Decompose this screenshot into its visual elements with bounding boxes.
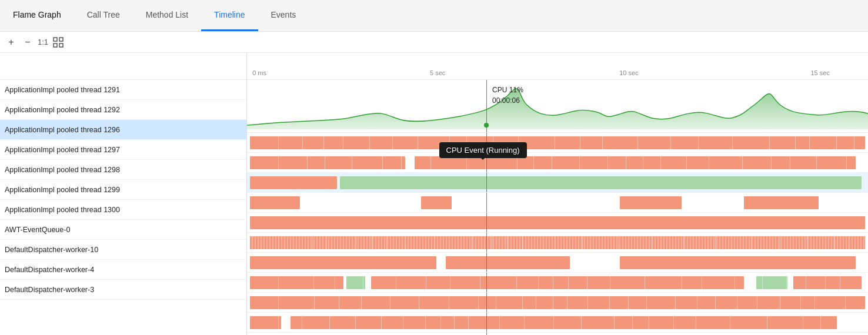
fit-button[interactable] — [52, 36, 65, 49]
timeline-tick — [553, 296, 553, 309]
timeline-tick — [579, 156, 580, 169]
timeline-tick — [278, 296, 279, 309]
timeline-tick — [339, 296, 339, 309]
tab-events[interactable]: Events — [258, 0, 309, 31]
timeline-block — [250, 256, 436, 269]
timeline-tick — [845, 296, 846, 309]
timeline-row-8[interactable] — [247, 293, 868, 313]
thread-name-row-10[interactable]: DefaultDispatcher-worker-3 — [0, 280, 246, 300]
timeline-tick — [278, 316, 279, 329]
timeline-tick — [840, 276, 840, 289]
row-cursor-line — [486, 333, 487, 335]
timeline-tick — [836, 136, 837, 149]
timeline-tick — [846, 316, 846, 329]
timeline-tick — [307, 156, 308, 169]
timeline-tick — [356, 236, 356, 249]
timeline-tick — [302, 316, 302, 329]
ruler-tick-0ms: 0 ms — [252, 69, 266, 76]
timeline-tick — [472, 236, 472, 249]
timeline-tick — [372, 236, 372, 249]
timeline-tick — [553, 276, 553, 289]
timeline-tick — [536, 296, 536, 309]
timeline-tick — [278, 156, 279, 169]
timeline-tick — [652, 236, 652, 249]
tab-flame-graph[interactable]: Flame Graph — [0, 0, 74, 31]
timeline-tick — [632, 316, 633, 329]
timeline-tick — [670, 136, 671, 149]
thread-name-row-8[interactable]: DefaultDispatcher-worker-10 — [0, 240, 246, 260]
timeline-tick — [697, 296, 697, 309]
timeline-tick — [419, 296, 419, 309]
timeline-row-5[interactable] — [247, 233, 868, 253]
timeline-tick — [466, 136, 467, 149]
thread-name-row-6[interactable]: ApplicationImpl pooled thread 1300 — [0, 200, 246, 220]
timeline-tick — [466, 156, 467, 169]
timeline-tick — [363, 276, 363, 289]
timeline-tick — [682, 276, 682, 289]
timeline-tick — [435, 236, 435, 249]
timeline-ruler: 0 ms 5 sec 10 sec 15 sec — [247, 53, 868, 80]
timeline-block — [250, 316, 281, 329]
thread-name-row-3[interactable]: ApplicationImpl pooled thread 1297 — [0, 140, 246, 160]
zoom-out-button[interactable]: − — [21, 36, 34, 49]
timeline-tick — [492, 236, 492, 249]
timeline-tick — [715, 296, 716, 309]
timeline-tick — [361, 296, 362, 309]
thread-name-row-4[interactable]: ApplicationImpl pooled thread 1298 — [0, 160, 246, 180]
timeline-tick — [696, 316, 696, 329]
thread-name-row-9[interactable]: DefaultDispatcher-worker-4 — [0, 260, 246, 280]
timeline-row-10[interactable] — [247, 333, 868, 335]
timeline-tick — [507, 236, 508, 249]
thread-name-row-2[interactable]: ApplicationImpl pooled thread 1296 — [0, 120, 246, 140]
timeline-tick — [468, 316, 469, 329]
timeline-tick — [795, 136, 796, 149]
timeline-tick — [675, 296, 676, 309]
timeline-tick — [302, 136, 303, 149]
timeline-tick — [555, 136, 555, 149]
thread-name-row-5[interactable]: ApplicationImpl pooled thread 1299 — [0, 180, 246, 200]
timeline-row-0[interactable] — [247, 133, 868, 153]
timeline-tick — [820, 316, 821, 329]
timeline-tick — [751, 236, 752, 249]
timeline-tick — [686, 156, 687, 169]
timeline-tick — [555, 236, 555, 249]
tab-timeline[interactable]: Timeline — [201, 0, 258, 31]
timeline-panel[interactable]: 0 ms 5 sec 10 sec 15 sec CPU 11% 00:00:0… — [247, 53, 868, 335]
ruler-tick-5sec: 5 sec — [430, 69, 445, 76]
main-layout: ApplicationImpl pooled thread 1291Applic… — [0, 53, 868, 335]
timeline-block — [250, 216, 864, 229]
timeline-tick — [735, 276, 735, 289]
timeline-block — [620, 256, 856, 269]
thread-name-row-1[interactable]: ApplicationImpl pooled thread 1292 — [0, 100, 246, 120]
tab-call-tree[interactable]: Call Tree — [74, 0, 133, 31]
thread-list-panel: ApplicationImpl pooled thread 1291Applic… — [0, 53, 247, 335]
thread-name-row-0[interactable]: ApplicationImpl pooled thread 1291 — [0, 80, 246, 100]
timeline-block — [291, 316, 837, 329]
cpu-percent: CPU 11% — [492, 85, 523, 95]
timeline-tick — [581, 316, 582, 329]
timeline-tick — [709, 156, 709, 169]
timeline-block — [421, 196, 452, 209]
timeline-tick — [762, 276, 763, 289]
timeline-row-6[interactable] — [247, 253, 868, 273]
timeline-tick — [568, 276, 569, 289]
timeline-tick — [425, 316, 426, 329]
timeline-tick — [553, 316, 554, 329]
tab-method-list[interactable]: Method List — [133, 0, 201, 31]
timeline-tick — [757, 296, 757, 309]
timeline-row-7[interactable] — [247, 273, 868, 293]
timeline-row-9[interactable] — [247, 313, 868, 333]
timeline-row-1[interactable] — [247, 153, 868, 173]
thread-name-row-7[interactable]: AWT-EventQueue-0 — [0, 220, 246, 240]
timeline-tick — [742, 156, 743, 169]
timeline-tick — [329, 316, 330, 329]
timeline-row-3[interactable] — [247, 193, 868, 213]
timeline-row-4[interactable] — [247, 213, 868, 233]
timeline-tick — [834, 236, 834, 249]
timeline-block — [756, 276, 787, 289]
zoom-in-button[interactable]: + — [5, 36, 18, 49]
timeline-tick — [673, 316, 674, 329]
timeline-tick — [335, 276, 335, 289]
timeline-row-2[interactable] — [247, 173, 868, 193]
timeline-tick — [392, 136, 393, 149]
